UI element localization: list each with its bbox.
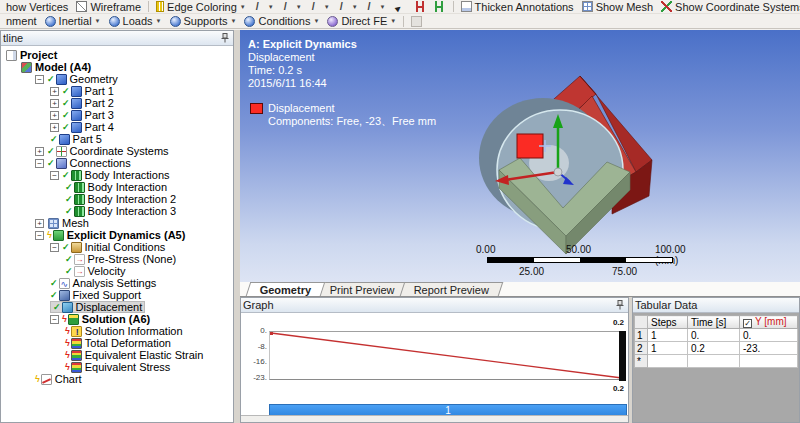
data-cell[interactable]: 0.2 xyxy=(688,342,740,355)
edge-coloring-button[interactable]: Edge Coloring▼ xyxy=(152,0,250,13)
show-coordinate-systems-button[interactable]: Show Coordinate Systems xyxy=(657,0,800,13)
y-column-checkbox[interactable]: ✓ xyxy=(743,319,752,328)
ruler-label: 50.00 xyxy=(566,244,591,255)
tree-item-solution-information[interactable]: ϟSolution Information xyxy=(1,325,233,337)
collapse-icon[interactable]: − xyxy=(35,231,44,240)
tree-item-content: ϟChart xyxy=(35,373,82,385)
loads-button[interactable]: Loads▼ xyxy=(105,15,166,28)
tab-print-preview[interactable]: Print Preview xyxy=(316,282,409,296)
expand-icon[interactable]: + xyxy=(50,123,59,132)
toolbar-button-label: nment xyxy=(6,15,37,27)
tree-item-body-interaction-3[interactable]: ✓Body Interaction 3 xyxy=(1,205,233,217)
data-cell[interactable] xyxy=(740,355,798,368)
direct-fe-button[interactable]: Direct FE▼ xyxy=(323,15,400,28)
geometry-viewport[interactable]: A: Explicit Dynamics Displacement Time: … xyxy=(240,30,800,282)
supports-button[interactable]: Supports▼ xyxy=(166,15,241,28)
tab-geometry[interactable]: Geometry xyxy=(246,282,326,296)
collapse-icon[interactable]: − xyxy=(50,171,59,180)
env-icon xyxy=(170,16,181,27)
pin-icon[interactable] xyxy=(221,33,229,43)
show-vertices-button[interactable]: how Vertices xyxy=(2,0,72,13)
data-cell[interactable]: 1 xyxy=(648,342,688,355)
tree-item-analysis-settings[interactable]: ✓Analysis Settings xyxy=(1,277,233,289)
data-cell[interactable]: 0. xyxy=(688,329,740,342)
wireframe-button[interactable]: Wireframe xyxy=(72,0,145,13)
legend-components: Components: Free, -23、Free mm xyxy=(268,115,436,128)
collapse-icon[interactable]: − xyxy=(35,159,44,168)
time-marker[interactable] xyxy=(619,331,626,381)
tree-item-part-4[interactable]: +✓Part 4 xyxy=(1,121,233,133)
conditions-button[interactable]: Conditions▼ xyxy=(240,15,323,28)
show-mesh-icon xyxy=(582,1,593,12)
expand-icon[interactable]: + xyxy=(50,111,59,120)
tree-item-initial-conditions[interactable]: −✓Initial Conditions xyxy=(1,241,233,253)
graph-content: 0.2 0.-8.-16.-23. 0.2 1 xyxy=(241,314,628,422)
tree-item-chart[interactable]: ϟChart xyxy=(1,373,233,385)
expand-icon[interactable]: + xyxy=(35,219,44,228)
disabled-icon xyxy=(411,16,422,27)
ruler-label: 75.00 xyxy=(612,266,637,277)
y-axis-tick-label: -8. xyxy=(241,342,267,351)
annotation-pointer-button[interactable] xyxy=(390,0,412,13)
tree-item-part-3[interactable]: +✓Part 3 xyxy=(1,109,233,121)
tree-item-pre-stress-none[interactable]: ✓Pre-Stress (None) xyxy=(1,253,233,265)
tree-item-body-interactions[interactable]: −✓Body Interactions xyxy=(1,169,233,181)
toolbar-button-label: Show Mesh xyxy=(596,1,653,13)
pin-icon[interactable] xyxy=(616,300,624,310)
collapse-icon[interactable]: − xyxy=(50,243,59,252)
tree-item-displacement[interactable]: ✓Displacement xyxy=(1,301,233,313)
edge-slash-icon xyxy=(310,1,318,12)
tree-item-project[interactable]: Project xyxy=(1,49,233,61)
tree-item-part-1[interactable]: +✓Part 1 xyxy=(1,85,233,97)
tree-item-velocity[interactable]: ✓Velocity xyxy=(1,265,233,277)
expand-icon[interactable]: + xyxy=(35,147,44,156)
tree-item-solution-a6[interactable]: −ϟSolution (A6) xyxy=(1,313,233,325)
toolbar-button-label: Inertial xyxy=(59,15,92,27)
tree-item-geometry[interactable]: −✓Geometry xyxy=(1,73,233,85)
lightning-yellow-badge: ϟ xyxy=(35,373,40,385)
tree-item-part-2[interactable]: +✓Part 2 xyxy=(1,97,233,109)
data-cell[interactable]: 0. xyxy=(740,329,798,342)
show-mesh-button[interactable]: Show Mesh xyxy=(578,0,657,13)
data-cell[interactable]: -23. xyxy=(740,342,798,355)
tree-item-part-5[interactable]: ✓Part 5 xyxy=(1,133,233,145)
tree-item-content: ✓Part 4 xyxy=(62,121,114,133)
tree-item-body-interaction-2[interactable]: ✓Body Interaction 2 xyxy=(1,193,233,205)
tree-item-mesh[interactable]: +Mesh xyxy=(1,217,233,229)
tab-report-preview[interactable]: Report Preview xyxy=(400,282,504,296)
edge-joints-red-button[interactable] xyxy=(412,0,431,13)
annotation-line: 2015/6/11 16:44 xyxy=(248,77,357,90)
edge-option-1-button[interactable]: ▼ xyxy=(250,0,278,13)
collapse-icon[interactable]: − xyxy=(35,75,44,84)
thicken-annotations-button[interactable]: Thicken Annotations xyxy=(457,0,578,13)
data-cell[interactable] xyxy=(648,355,688,368)
tree-item-explicit-dynamics-a5[interactable]: −ϟExplicit Dynamics (A5) xyxy=(1,229,233,241)
tree-item-fixed-support[interactable]: ✓Fixed Support xyxy=(1,289,233,301)
chevron-down-icon: ▼ xyxy=(240,4,246,10)
edge-option-4-button[interactable]: ▼ xyxy=(334,0,362,13)
tree-item-connections[interactable]: −✓Connections xyxy=(1,157,233,169)
tree-item-equivalent-stress[interactable]: ϟEquivalent Stress xyxy=(1,361,233,373)
data-cell[interactable] xyxy=(688,355,740,368)
edge-joints-green-button[interactable] xyxy=(431,0,450,13)
tree-item-coordinate-systems[interactable]: +✓Coordinate Systems xyxy=(1,145,233,157)
legend-color-swatch xyxy=(250,103,263,114)
data-cell[interactable]: 1 xyxy=(648,329,688,342)
graph-plot[interactable] xyxy=(269,331,626,380)
commands-button[interactable] xyxy=(407,15,429,28)
tabular-data-title: Tabular Data xyxy=(635,299,697,311)
tree-item-equivalent-elastic-strain[interactable]: ϟEquivalent Elastic Strain xyxy=(1,349,233,361)
tree-item-label: Fixed Support xyxy=(73,289,141,301)
edge-option-5-button[interactable]: ▼ xyxy=(362,0,390,13)
time-end-label: 0.2 xyxy=(584,318,624,327)
edge-option-2-button[interactable]: ▼ xyxy=(278,0,306,13)
expand-icon[interactable]: + xyxy=(50,87,59,96)
collapse-icon[interactable]: − xyxy=(50,315,59,324)
solution-icon xyxy=(68,314,79,325)
tree-item-total-deformation[interactable]: ϟTotal Deformation xyxy=(1,337,233,349)
tree-item-model-a4[interactable]: Model (A4) xyxy=(1,61,233,73)
tree-item-body-interaction[interactable]: ✓Body Interaction xyxy=(1,181,233,193)
inertial-button[interactable]: Inertial▼ xyxy=(41,15,105,28)
edge-option-3-button[interactable]: ▼ xyxy=(306,0,334,13)
expand-icon[interactable]: + xyxy=(50,99,59,108)
